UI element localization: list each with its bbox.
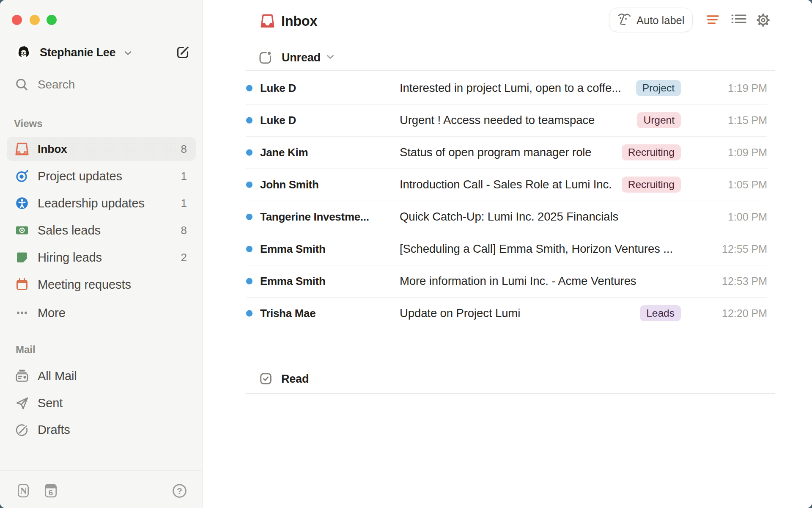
svg-text:N: N <box>20 486 27 496</box>
svg-text:?: ? <box>177 486 182 496</box>
svg-text:6: 6 <box>49 488 53 497</box>
